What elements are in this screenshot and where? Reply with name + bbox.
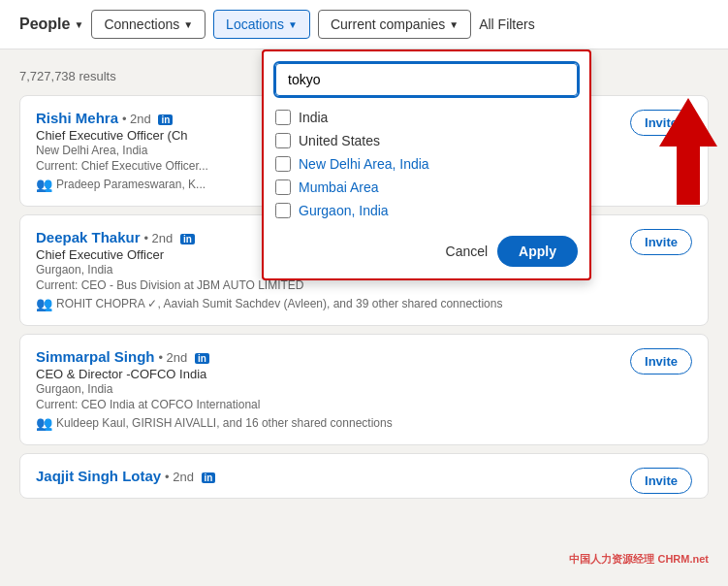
location-option-mumbai[interactable]: Mumbai Area: [275, 176, 578, 199]
location-checkbox-us[interactable]: [275, 133, 291, 148]
connections-button[interactable]: Connections ▼: [91, 10, 206, 39]
locations-chevron-icon: ▼: [288, 19, 298, 30]
li-icon-simmarpal: in: [195, 353, 209, 364]
person-name-jaqjit[interactable]: Jaqjit Singh Lotay • 2nd in: [36, 469, 215, 484]
location-label-new-delhi: New Delhi Area, India: [299, 156, 429, 172]
location-dropdown: India United States New Delhi Area, Indi…: [262, 49, 591, 280]
li-icon: in: [158, 114, 173, 125]
person-name-simmarpal[interactable]: Simmarpal Singh • 2nd in: [36, 349, 209, 365]
people-button[interactable]: People ▼: [19, 16, 83, 33]
location-option-india[interactable]: India: [275, 106, 578, 129]
person-current-deepak: Current: CEO - Bus Division at JBM AUTO …: [36, 278, 692, 292]
person-name-rishi[interactable]: Rishi Mehra • 2nd in: [36, 111, 173, 126]
apply-button[interactable]: Apply: [497, 236, 578, 267]
person-name-deepak[interactable]: Deepak Thakur • 2nd in: [36, 230, 195, 245]
dropdown-actions: Cancel Apply: [275, 236, 578, 267]
person-connections-deepak: 👥 ROHIT CHOPRA ✓, Aaviah Sumit Sachdev (…: [36, 296, 692, 311]
connections-chevron-icon: ▼: [183, 19, 193, 30]
invite-button-simmarpal[interactable]: Invite: [630, 348, 692, 374]
invite-button-deepak[interactable]: Invite: [630, 229, 692, 255]
location-checkbox-new-delhi[interactable]: [275, 156, 291, 172]
location-label-us: United States: [299, 133, 380, 148]
main-content: 7,727,738 results Rishi Mehra • 2nd in C…: [0, 49, 728, 526]
invite-button-jaqjit[interactable]: Invite: [630, 468, 692, 494]
location-label-india: India: [299, 110, 328, 125]
connections-icon-deepak: 👥: [36, 296, 52, 311]
people-chevron-icon: ▼: [74, 19, 83, 30]
connections-icon-rishi: 👥: [36, 177, 52, 192]
people-label: People: [19, 16, 70, 33]
nav-bar: People ▼ Connections ▼ Locations ▼ Curre…: [0, 0, 728, 49]
current-companies-button[interactable]: Current companies ▼: [318, 10, 471, 39]
location-checkbox-mumbai[interactable]: [275, 179, 291, 195]
person-title-simmarpal: CEO & Director -COFCO India: [36, 367, 692, 381]
location-dropdown-overlay: India United States New Delhi Area, Indi…: [262, 49, 591, 280]
person-connections-simmarpal: 👥 Kuldeep Kaul, GIRISH AIVALLI, and 16 o…: [36, 415, 692, 431]
cancel-button[interactable]: Cancel: [446, 244, 489, 259]
location-checkbox-india[interactable]: [275, 110, 291, 125]
connections-label: Connections: [104, 16, 179, 32]
li-icon-jaqjit: in: [202, 472, 216, 483]
location-label-gurgaon: Gurgaon, India: [299, 203, 389, 218]
connections-icon-simmarpal: 👥: [36, 415, 52, 431]
locations-label: Locations: [226, 16, 284, 32]
location-search-input[interactable]: [275, 63, 578, 96]
all-filters-button[interactable]: All Filters: [479, 16, 535, 32]
person-card-jaqjit: Jaqjit Singh Lotay • 2nd in Invite: [19, 453, 709, 499]
li-icon-deepak: in: [180, 234, 195, 244]
location-option-us[interactable]: United States: [275, 129, 578, 152]
locations-button[interactable]: Locations ▼: [213, 10, 310, 39]
location-label-mumbai: Mumbai Area: [299, 179, 378, 195]
location-option-new-delhi[interactable]: New Delhi Area, India: [275, 152, 578, 176]
person-location-simmarpal: Gurgaon, India: [36, 382, 692, 396]
location-checkbox-gurgaon[interactable]: [275, 203, 291, 218]
person-current-simmarpal: Current: CEO India at COFCO Internationa…: [36, 398, 692, 411]
current-companies-chevron-icon: ▼: [449, 19, 459, 30]
person-card-simmarpal: Simmarpal Singh • 2nd in CEO & Director …: [19, 334, 709, 445]
current-companies-label: Current companies: [331, 16, 445, 32]
location-option-gurgaon[interactable]: Gurgaon, India: [275, 199, 578, 222]
invite-button-rishi[interactable]: Invite: [630, 110, 692, 136]
